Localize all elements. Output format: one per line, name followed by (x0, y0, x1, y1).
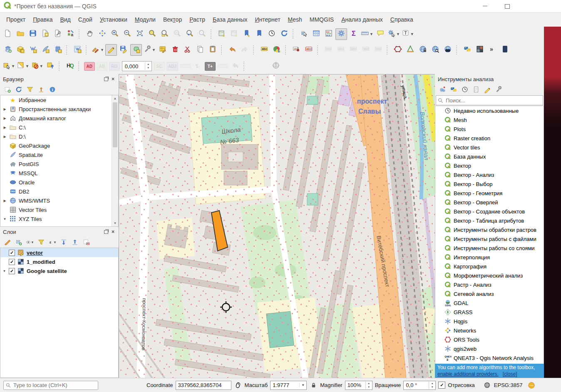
processing-toolbox-button[interactable] (335, 28, 347, 40)
expand-all-button[interactable] (60, 238, 68, 246)
add-record-button[interactable] (157, 44, 169, 56)
layer-labeling-button[interactable]: abc (258, 44, 270, 56)
edit-in-place-button[interactable] (483, 85, 491, 94)
browser-item[interactable]: D:\ (0, 132, 118, 141)
plugin-angle-spin[interactable]: 0,000▲▼ (122, 61, 152, 71)
browser-item[interactable]: PostGIS (0, 159, 118, 169)
menu-правка[interactable]: Правка (29, 14, 56, 25)
select-by-value-button[interactable]: ▼ (16, 60, 30, 72)
lock-icon[interactable] (309, 381, 318, 390)
python-console-button[interactable] (462, 44, 473, 56)
browser-item[interactable]: MSSQL (0, 169, 118, 178)
toolbox-item[interactable]: Картография (435, 262, 544, 271)
menu-mmqgis[interactable]: MMQGIS (306, 14, 338, 25)
toolbox-item[interactable]: База данных (435, 152, 544, 161)
crs-globe-icon[interactable] (483, 381, 491, 390)
layout-manager-button[interactable] (52, 28, 64, 40)
new-mesh-layer-button[interactable]: * (52, 44, 64, 56)
toolbox-item[interactable]: Networks (435, 326, 544, 335)
browser-item[interactable]: DB2DB2 (0, 187, 118, 196)
expand-arrow-icon[interactable] (2, 135, 7, 139)
new-geopackage-layer-button[interactable]: * (15, 44, 26, 56)
crs-label[interactable]: EPSG:3857 (494, 382, 523, 388)
toolbox-item[interactable]: Вектор - Создание объектов (435, 207, 544, 216)
toolbox-item[interactable]: qgis2web (435, 344, 544, 353)
new-bookmark-button[interactable]: ★ (241, 28, 253, 40)
toolbox-item[interactable]: Вектор - Выбор (435, 179, 544, 189)
save-project-button[interactable] (27, 28, 39, 40)
filter-expression-button[interactable]: ε▼ (48, 238, 57, 246)
models-button[interactable] (438, 85, 447, 94)
menu-вид[interactable]: Вид (56, 14, 74, 25)
mouse-position-icon[interactable] (234, 381, 242, 390)
globe-view-button[interactable] (270, 60, 282, 72)
new-map-view-button[interactable]: ★ (216, 28, 228, 40)
collapse-all-layers-button[interactable] (71, 238, 79, 246)
toolbox-item[interactable]: Hqgis (435, 317, 544, 326)
toggle-editing-button[interactable] (105, 44, 117, 56)
topology-checker-button[interactable] (392, 44, 404, 56)
refresh-browser-button[interactable] (15, 85, 23, 94)
collapse-all-button[interactable] (37, 85, 45, 94)
open-project-button[interactable] (15, 28, 26, 40)
filter-browser-button[interactable] (26, 85, 34, 94)
paste-features-button[interactable] (207, 44, 218, 56)
delete-selected-button[interactable] (169, 44, 181, 56)
python-processing-button[interactable] (449, 85, 458, 94)
banner-providers-link[interactable]: enable additional providers. (437, 371, 499, 377)
advanced-digitizing-button[interactable]: ▼ (143, 44, 156, 56)
toolbox-item[interactable]: Plots (435, 124, 544, 134)
toolbox-item[interactable]: Вектор - Таблица атрибутов (435, 216, 544, 225)
toolbox-search[interactable] (436, 95, 543, 105)
toolbox-item[interactable]: Вектор - Анализ (435, 170, 544, 179)
menu-анализ-данных[interactable]: Анализ данных (338, 14, 387, 25)
select-by-location-button[interactable] (45, 60, 56, 72)
identify-button[interactable]: i (298, 28, 310, 40)
toolbox-item[interactable]: Морфометрический анализ (435, 271, 544, 280)
browser-item[interactable]: C:\ (0, 123, 118, 132)
results-viewer-button[interactable] (472, 85, 480, 94)
processing-options-button[interactable] (494, 85, 503, 94)
layer-search-button[interactable] (429, 44, 441, 56)
minimize-button[interactable] (483, 6, 487, 7)
metasearch-button[interactable] (417, 44, 429, 56)
toolbox-item[interactable]: Raster creation (435, 134, 544, 143)
menu-интернет[interactable]: Интернет (251, 14, 284, 25)
float-panel-icon[interactable] (103, 229, 109, 234)
highlight-pinned-labels-button[interactable]: abc (303, 44, 315, 56)
toolbox-item[interactable]: Растр - Анализ (435, 280, 544, 289)
style-manager-button[interactable]: a (65, 28, 76, 40)
coordinate-input[interactable] (176, 381, 231, 390)
close-panel-icon[interactable]: × (110, 229, 116, 234)
properties-button[interactable]: i (48, 85, 57, 94)
new-shapefile-layer-button[interactable]: * (27, 44, 39, 56)
map-canvas[interactable]: Школа № 663 проспект Славы улица Волковс… (119, 74, 435, 378)
browser-item[interactable]: SpatiaLite (0, 150, 118, 159)
locator-search[interactable] (3, 381, 98, 390)
scale-combo[interactable]: 1:9777▼ (270, 381, 307, 390)
hiq-plugin-button[interactable]: HQ (64, 60, 76, 72)
geometry-checker-button[interactable] (405, 44, 416, 56)
toolbox-item[interactable]: Инструменты работы со слоями (435, 243, 544, 253)
plugin-ad-button[interactable]: AD (84, 60, 95, 72)
toolbox-item[interactable]: GRASS (435, 308, 544, 317)
toolbox-item[interactable]: Сетевой анализ (435, 289, 544, 298)
new-print-layout-button[interactable] (40, 28, 51, 40)
refresh-button[interactable] (278, 28, 290, 40)
select-features-button[interactable]: ▼ (2, 60, 15, 72)
toolbox-item[interactable]: ORS Tools (435, 335, 544, 344)
toolbox-item[interactable]: Вектор - Оверлей (435, 198, 544, 207)
browser-item[interactable]: XYZ Tiles (0, 214, 118, 223)
zoom-out-button[interactable] (122, 28, 133, 40)
expand-arrow-icon[interactable] (2, 269, 7, 273)
toolbar-overflow-button[interactable]: » (487, 44, 498, 56)
statistics-button[interactable] (323, 28, 335, 40)
messages-icon[interactable] (528, 382, 535, 389)
toolbox-item[interactable]: Вектор - Геометрия (435, 189, 544, 198)
render-checkbox[interactable] (438, 382, 445, 389)
expand-arrow-icon[interactable] (2, 217, 7, 221)
osm-place-search-button[interactable] (442, 44, 454, 56)
deselect-features-button[interactable]: ▼ (30, 60, 44, 72)
toolbox-item[interactable]: GDALGDAL (435, 298, 544, 308)
browser-item[interactable]: ★Избранное (0, 95, 118, 104)
